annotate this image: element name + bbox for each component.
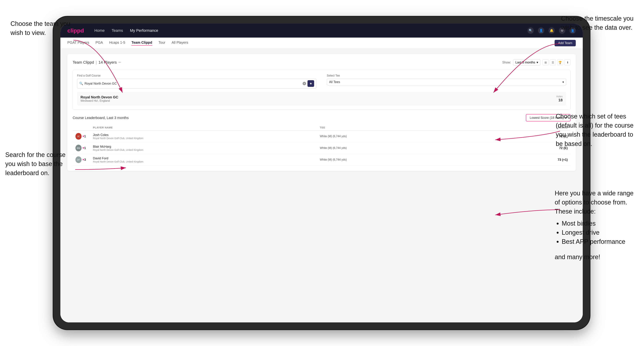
favourite-button[interactable]: ★ xyxy=(308,80,314,87)
download-button[interactable]: ⬇ xyxy=(564,59,570,65)
tablet-screen: clippd Home Teams My Performance 🔍 👤 🔔 ⚙… xyxy=(60,23,583,323)
course-search-input[interactable] xyxy=(84,82,301,85)
find-course-field: Find a Golf Course 🔍 ✕ ★ xyxy=(77,74,316,88)
tab-hcaps[interactable]: Hcaps 1-5 xyxy=(109,40,125,46)
tee-chevron-icon: ▾ xyxy=(562,80,564,84)
annotation-tees-line4: be based on. xyxy=(556,140,592,147)
annotation-team-view-line1: Choose the team you xyxy=(10,20,70,27)
player-avatar-cell: JC ♥ xyxy=(76,133,84,140)
tab-pga[interactable]: PGA xyxy=(96,40,103,46)
player-rank: 3 xyxy=(84,158,93,162)
player-tee: White (M) (6,744 yds) xyxy=(320,135,547,138)
view-icons: ⊞ ☰ 🏆 ⬇ xyxy=(542,59,570,65)
nav-home[interactable]: Home xyxy=(94,28,105,33)
player-name: David Ford xyxy=(93,157,320,160)
table-row: BM ♥ 1 Blair McHarg Royal North Devon Go… xyxy=(72,142,570,154)
course-location: Westward Ho!, England xyxy=(80,99,118,102)
trophy-view-button[interactable]: 🏆 xyxy=(557,59,563,65)
annotation-options-line2: of options to choose from. xyxy=(555,199,627,206)
avatar: JC xyxy=(76,133,82,140)
options-list: Most birdies Longest drive Best APP perf… xyxy=(562,219,634,246)
show-period-value: Last 3 months xyxy=(516,61,535,64)
annotation-course-line1: Search for the course xyxy=(5,151,66,158)
nav-my-performance[interactable]: My Performance xyxy=(130,28,158,33)
annotation-tees-line2: (default is all) for the course xyxy=(556,122,634,129)
find-course-label: Find a Golf Course xyxy=(77,74,316,77)
heart-icon[interactable]: ♥ xyxy=(82,135,84,138)
player-info: David Ford Royal North Devon Golf Club, … xyxy=(93,157,320,163)
th-avatar xyxy=(76,126,84,129)
users-icon[interactable]: 👤 xyxy=(538,27,544,34)
and-more-text: and many more! xyxy=(555,252,634,262)
select-tee-label: Select Tee xyxy=(327,74,566,77)
player-avatar-cell: BM ♥ xyxy=(76,145,84,151)
main-content: Team Clippd | 14 Players ✏ Show: Last 3 … xyxy=(60,49,583,323)
clear-search-button[interactable]: ✕ xyxy=(302,82,306,85)
course-result: Royal North Devon GC Westward Ho!, Engla… xyxy=(77,92,566,106)
player-rank: 1 xyxy=(84,146,93,150)
player-info: Josh Coles Royal North Devon Golf Club, … xyxy=(93,133,320,140)
th-player-name: PLAYER NAME xyxy=(93,126,320,129)
annotation-course-line2: you wish to base the xyxy=(5,160,63,168)
avatar: DF xyxy=(76,156,82,163)
search-row: Find a Golf Course 🔍 ✕ ★ Select xyxy=(77,74,566,88)
player-club: Royal North Devon Golf Club, United King… xyxy=(93,160,320,163)
heart-icon[interactable]: ♥ xyxy=(82,147,84,150)
option-drive: Longest drive xyxy=(562,228,634,237)
annotation-course-search: Search for the course you wish to base t… xyxy=(5,150,66,178)
annotation-timescale-line2: wish to see the data over. xyxy=(561,24,632,31)
chevron-down-icon: ▾ xyxy=(536,60,538,64)
annotation-options-line3: These include: xyxy=(555,208,596,215)
course-search-section: Find a Golf Course 🔍 ✕ ★ Select xyxy=(72,70,570,110)
add-team-button[interactable]: Add Team xyxy=(554,40,576,46)
secondary-nav: PGAT Players PGA Hcaps 1-5 Team Clippd T… xyxy=(60,37,583,49)
tablet-frame: clippd Home Teams My Performance 🔍 👤 🔔 ⚙… xyxy=(54,16,590,330)
heart-icon[interactable]: ♥ xyxy=(82,158,84,161)
team-header: Team Clippd | 14 Players ✏ Show: Last 3 … xyxy=(72,59,570,65)
annotation-tees-line1: Choose which set of tees xyxy=(556,113,626,120)
course-holes: Holes 18 xyxy=(556,95,562,102)
search-icon[interactable]: 🔍 xyxy=(528,27,534,34)
tab-team-clippd[interactable]: Team Clippd xyxy=(132,40,152,46)
annotation-tees-line3: you wish the leaderboard to xyxy=(556,131,633,138)
player-tee: White (M) (6,744 yds) xyxy=(320,147,547,150)
show-period-dropdown[interactable]: Last 3 months ▾ xyxy=(513,59,540,65)
avatar: BM xyxy=(76,145,82,151)
navbar-links: Home Teams My Performance xyxy=(94,28,528,33)
search-icon: 🔍 xyxy=(79,82,83,85)
player-club: Royal North Devon Golf Club, United King… xyxy=(93,149,320,151)
annotation-course-line3: leaderboard on. xyxy=(5,169,49,176)
table-row: JC ♥ 1 Josh Coles Royal North Devon Golf… xyxy=(72,131,570,142)
show-controls: Show: Last 3 months ▾ ⊞ ☰ 🏆 ⬇ xyxy=(502,59,570,65)
player-club: Royal North Devon Golf Club, United King… xyxy=(93,137,320,140)
nav-teams[interactable]: Teams xyxy=(112,28,123,33)
tee-value: All Tees xyxy=(329,80,561,84)
annotation-timescale: Choose the timescale you wish to see the… xyxy=(561,14,634,32)
grid-view-button[interactable]: ⊞ xyxy=(542,59,548,65)
player-score: 73 (+1) xyxy=(547,158,568,162)
course-result-info: Royal North Devon GC Westward Ho!, Engla… xyxy=(80,95,118,102)
leaderboard-section: Course Leaderboard, Last 3 months Lowest… xyxy=(72,114,570,166)
list-view-button[interactable]: ☰ xyxy=(550,59,556,65)
navbar: clippd Home Teams My Performance 🔍 👤 🔔 ⚙… xyxy=(60,23,583,37)
th-tee: TEE xyxy=(320,126,547,129)
tab-pgat-players[interactable]: PGAT Players xyxy=(68,40,89,46)
course-name: Royal North Devon GC xyxy=(80,95,118,99)
holes-number: 18 xyxy=(556,98,562,102)
tee-select-wrap: All Tees ▾ xyxy=(327,79,566,85)
annotation-tees: Choose which set of tees (default is all… xyxy=(556,112,634,148)
tab-tour[interactable]: Tour xyxy=(158,40,166,46)
tab-all-players[interactable]: All Players xyxy=(172,40,188,46)
annotation-options-line1: Here you have a wide range xyxy=(555,190,634,197)
annotation-team-view: Choose the team you wish to view. xyxy=(10,19,70,37)
player-name: Josh Coles xyxy=(93,133,320,137)
player-count: 14 Players xyxy=(98,60,117,65)
content-card: Team Clippd | 14 Players ✏ Show: Last 3 … xyxy=(68,54,576,171)
annotation-team-view-line2: wish to view. xyxy=(10,29,46,36)
select-tee-field: Select Tee All Tees ▾ xyxy=(327,74,566,85)
bell-icon[interactable]: 🔔 xyxy=(548,27,555,34)
leaderboard-body: JC ♥ 1 Josh Coles Royal North Devon Golf… xyxy=(72,131,570,166)
edit-icon[interactable]: ✏ xyxy=(118,60,121,64)
player-rank: 1 xyxy=(84,135,93,138)
team-title: Team Clippd | 14 Players ✏ xyxy=(72,60,121,65)
